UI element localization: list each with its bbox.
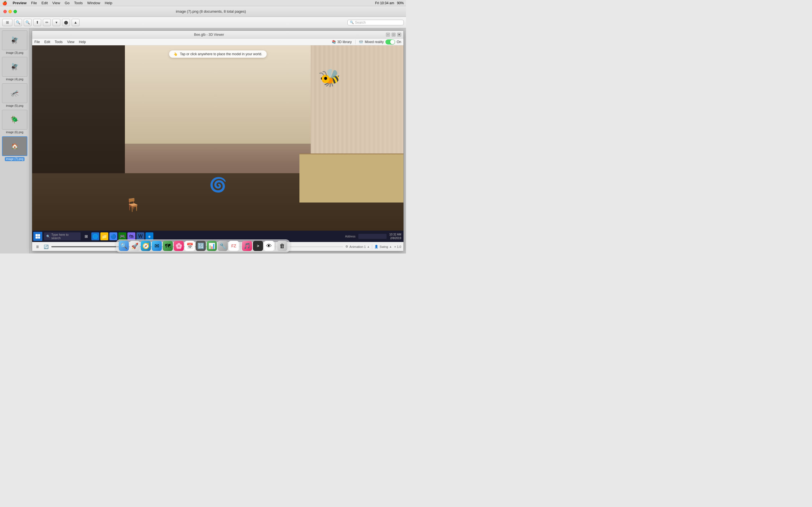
dock-safari[interactable]: 🧭 bbox=[141, 241, 151, 251]
sidebar-item-5[interactable]: 🦟 image (5).png bbox=[1, 83, 28, 108]
annotate-btn[interactable]: ⬤ bbox=[62, 19, 70, 26]
search-input-placeholder[interactable]: Search bbox=[355, 20, 366, 24]
zoom-out-btn[interactable]: 🔍 bbox=[14, 19, 22, 26]
dock-maps[interactable]: 🗺 bbox=[163, 241, 173, 251]
taskbar-search[interactable]: 🔍 Type here to search bbox=[44, 232, 81, 240]
animation-chevron-up[interactable]: ▲ bbox=[367, 245, 370, 248]
apple-menu[interactable]: 🍎 bbox=[2, 1, 7, 5]
minimize-button[interactable] bbox=[8, 10, 12, 13]
viewer-content[interactable]: 🌀 🪑 🐝 👆 Tap or click anywhere to place t… bbox=[32, 45, 403, 242]
dock-utilities[interactable]: 🔧 bbox=[218, 241, 228, 251]
menu-go[interactable]: Go bbox=[64, 1, 69, 5]
viewer-menu-view[interactable]: View bbox=[67, 40, 74, 44]
sidebar: 🪰 image (3).png 🪰 image (4).png 🦟 image … bbox=[0, 28, 30, 253]
dock-launchpad[interactable]: 🚀 bbox=[130, 241, 140, 251]
dock-terminal[interactable]: > bbox=[253, 241, 263, 251]
dock-filezilla[interactable]: FZ bbox=[229, 241, 239, 251]
taskbar-edge[interactable]: 🌐 bbox=[91, 232, 99, 240]
markup-chevron[interactable]: ▾ bbox=[52, 19, 60, 26]
viewer-menu-tools[interactable]: Tools bbox=[55, 40, 63, 44]
viewer-menu-bar: File Edit Tools View Help 📚 3D library 🥽 bbox=[32, 39, 403, 45]
menu-file[interactable]: File bbox=[31, 1, 37, 5]
swing-chevron-up[interactable]: ▲ bbox=[389, 245, 392, 248]
animation-label: Animation 1 bbox=[349, 245, 366, 248]
taskbar-word[interactable]: W bbox=[137, 232, 144, 240]
sidebar-item-7[interactable]: 🏠 image (7).png bbox=[1, 136, 28, 161]
room-wall-left bbox=[32, 45, 125, 183]
macos-dock: 🔍 🚀 🧭 ✉ 🗺 🌸 📅 🔢 📊 🔧 FZ 🎵 > 👁 🗑 bbox=[116, 239, 290, 252]
fullscreen-button[interactable] bbox=[13, 10, 17, 13]
thumb-label-5: image (5).png bbox=[6, 104, 23, 108]
taskbar-msedge-new[interactable]: e bbox=[146, 232, 153, 240]
dock-mail[interactable]: ✉ bbox=[152, 241, 162, 251]
viewer-menu-edit[interactable]: Edit bbox=[44, 40, 50, 44]
dock-trash[interactable]: 🗑 bbox=[277, 241, 287, 251]
close-button[interactable] bbox=[3, 10, 7, 13]
taskbar-address-bar[interactable] bbox=[358, 234, 387, 239]
taskbar-cortana[interactable]: ⊞ bbox=[82, 232, 90, 240]
windows-start-btn[interactable] bbox=[33, 232, 42, 241]
viewer-title: Bee.glb - 3D Viewer bbox=[35, 33, 384, 37]
toolbar-search[interactable]: 🔍 Search bbox=[347, 20, 404, 25]
taskbar-folder[interactable]: 📁 bbox=[100, 232, 108, 240]
mixed-reality-label: Mixed reality bbox=[365, 40, 384, 44]
dock-calendar[interactable]: 📅 bbox=[185, 241, 195, 251]
dock-calculator[interactable]: 🔢 bbox=[196, 241, 206, 251]
windows-logo bbox=[36, 234, 40, 238]
swing-label-container: 👤 Swing ▲ bbox=[374, 245, 392, 248]
viewer-close-btn[interactable]: ✕ bbox=[397, 33, 401, 37]
ar-tooltip-text: Tap or click anywhere to place the model… bbox=[180, 52, 262, 56]
ar-cursor-icon: 👆 bbox=[173, 52, 177, 56]
fan-model: 🌀 bbox=[209, 177, 227, 193]
menu-window[interactable]: Window bbox=[87, 1, 100, 5]
app-name[interactable]: Preview bbox=[13, 1, 27, 5]
view-mode-btn[interactable]: ⊞ bbox=[2, 19, 12, 26]
toggle-on-label: On bbox=[397, 40, 401, 44]
thumb-img-6: 🪲 bbox=[2, 110, 27, 129]
mixed-reality-icon: 🥽 bbox=[359, 40, 363, 44]
room-ceiling bbox=[125, 45, 311, 144]
stamp-btn[interactable]: ▲ bbox=[71, 19, 80, 26]
zoom-in-btn[interactable]: 🔍 bbox=[24, 19, 32, 26]
viewer-menu-help[interactable]: Help bbox=[79, 40, 86, 44]
viewer-window-buttons: – □ ✕ bbox=[386, 33, 401, 37]
sidebar-item-6[interactable]: 🪲 image (6).png bbox=[1, 110, 28, 134]
preview-toolbar: ⊞ 🔍 🔍 ⬆ ✏ ▾ ⬤ ▲ 🔍 Search bbox=[0, 17, 406, 28]
thumb-img-5: 🦟 bbox=[2, 83, 27, 103]
dock-finder[interactable]: 🔍 bbox=[119, 241, 129, 251]
thumb-label-4: image (4).png bbox=[6, 78, 23, 81]
dock-numbers[interactable]: 📊 bbox=[207, 241, 217, 251]
sidebar-item-4[interactable]: 🪰 image (4).png bbox=[1, 57, 28, 81]
dock-photos[interactable]: 🌸 bbox=[174, 241, 184, 251]
menu-help[interactable]: Help bbox=[105, 1, 112, 5]
sidebar-item-3[interactable]: 🪰 image (3).png bbox=[1, 31, 28, 55]
library-label: 3D library bbox=[337, 40, 352, 44]
menu-edit[interactable]: Edit bbox=[42, 1, 48, 5]
person-icon: 👤 bbox=[374, 245, 378, 248]
viewer-minimize-btn[interactable]: – bbox=[386, 33, 390, 37]
taskbar-chrome[interactable]: 🔵 bbox=[109, 232, 117, 240]
share-btn[interactable]: ⬆ bbox=[33, 19, 41, 26]
viewer-wrapper: Bee.glb - 3D Viewer – □ ✕ File Edit Tool… bbox=[30, 28, 406, 253]
pause-button[interactable]: ⏸ bbox=[35, 244, 41, 250]
menu-separator bbox=[355, 40, 356, 44]
taskbar-xbox[interactable]: 🎮 bbox=[118, 232, 126, 240]
viewer-menu-file[interactable]: File bbox=[35, 40, 40, 44]
mixed-reality-toggle[interactable] bbox=[386, 40, 395, 45]
preview-window: image (7).png (8 documents, 8 total page… bbox=[0, 6, 406, 253]
replay-button[interactable]: 🔄 bbox=[43, 244, 49, 250]
macos-menu-bar: 🍎 Preview File Edit View Go Tools Window… bbox=[0, 0, 406, 6]
taskbar-store[interactable]: 🛍 bbox=[128, 232, 135, 240]
dock-preview[interactable]: 👁 bbox=[264, 241, 274, 251]
viewer-maximize-btn[interactable]: □ bbox=[392, 33, 396, 37]
thumb-img-3: 🪰 bbox=[2, 31, 27, 50]
taskbar-time-text: 10:32 AM bbox=[389, 233, 401, 236]
3d-library-btn[interactable]: 📚 3D library bbox=[332, 40, 352, 44]
taskbar-date-text: 2/8/2019 bbox=[389, 236, 401, 240]
taskbar-icons: ⊞ 🌐 📁 🔵 🎮 🛍 W e bbox=[82, 232, 153, 240]
menu-tools[interactable]: Tools bbox=[74, 1, 83, 5]
thumbnail-5: 🦟 bbox=[2, 83, 28, 103]
markup-btn[interactable]: ✏ bbox=[43, 19, 51, 26]
dock-itunes[interactable]: 🎵 bbox=[242, 241, 252, 251]
menu-view[interactable]: View bbox=[52, 1, 60, 5]
